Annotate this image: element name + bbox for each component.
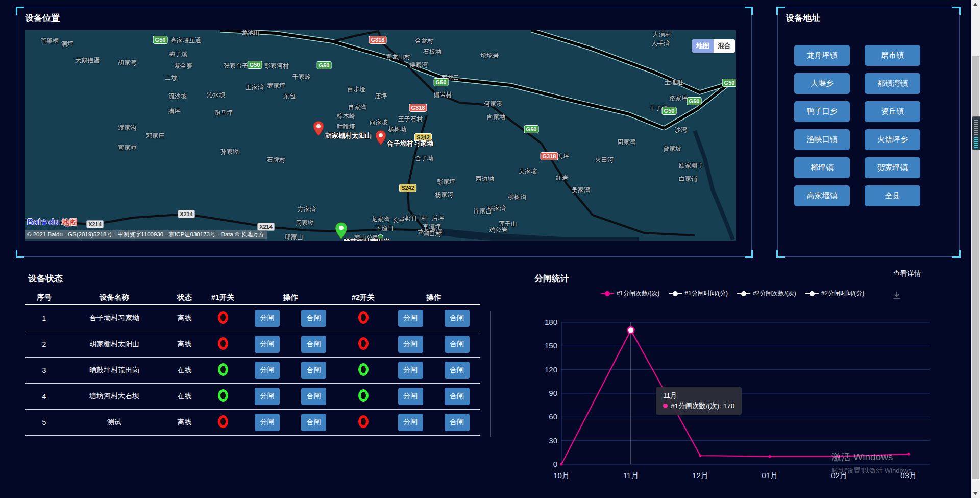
open-switch-button[interactable]: 分闸 <box>398 310 423 327</box>
address-button-高家堰镇[interactable]: 高家堰镇 <box>794 185 850 206</box>
map-place-label: 周家湾 <box>617 138 635 147</box>
close-switch-button[interactable]: 合闸 <box>301 310 326 327</box>
open-switch-button[interactable]: 分闸 <box>255 388 280 405</box>
open-switch-button[interactable]: 分闸 <box>398 388 423 405</box>
map-place-label: 王家湾 <box>246 83 264 92</box>
scroll-up-icon[interactable] <box>973 3 977 6</box>
address-button-鸭子口乡[interactable]: 鸭子口乡 <box>794 101 850 122</box>
device-marker-pin[interactable] <box>376 130 386 147</box>
road-badge-g50: G50 <box>317 61 332 69</box>
legend-marker-icon <box>669 291 682 296</box>
corner-decoration <box>776 7 785 15</box>
switch2-indicator-green <box>358 389 369 402</box>
map-place-label: 彭家河村 <box>264 62 289 70</box>
address-button-贺家坪镇[interactable]: 贺家坪镇 <box>865 157 920 178</box>
legend-item[interactable]: #1分闸时间/(分) <box>669 289 728 298</box>
svg-text:150: 150 <box>545 341 557 350</box>
map-place-label: 青龙山村 <box>386 53 410 61</box>
legend-item[interactable]: #1分闸次数/(次) <box>601 289 660 298</box>
switch2-indicator-red <box>358 337 369 350</box>
scroll-down-icon[interactable] <box>973 492 977 495</box>
trip-stats-title: 分闸统计 <box>534 273 569 284</box>
map-place-label: 方家湾 <box>298 205 316 214</box>
close-switch-button[interactable]: 合闸 <box>301 362 326 379</box>
view-details-link[interactable]: 查看详情 <box>893 269 921 278</box>
baidu-map[interactable]: 笔架槽洞坪天鹅抱蛋胡家湾梅子溪紫金寨二墩流沙坡腊坪渡家沟邓家庄官家冲沁水坝跑马坪… <box>24 30 736 241</box>
corner-decoration <box>16 250 24 258</box>
close-switch-button[interactable]: 合闸 <box>445 310 470 327</box>
window-scrollbar[interactable] <box>971 0 980 498</box>
device-name: 塘坊河村大石坝 <box>63 392 165 401</box>
address-button-大堰乡[interactable]: 大堰乡 <box>794 73 850 94</box>
table-row: 2胡家棚村太阳山离线分闸合闸分闸合闸 <box>25 331 480 358</box>
device-status-table: 序号设备名称状态#1开关操作#2开关操作1合子坳村习家坳离线分闸合闸分闸合闸2胡… <box>25 290 480 436</box>
address-button-榔坪镇[interactable]: 榔坪镇 <box>794 157 850 178</box>
device-address-title: 设备地址 <box>786 12 820 24</box>
open-switch-button[interactable]: 分闸 <box>255 336 280 353</box>
close-switch-button[interactable]: 合闸 <box>301 336 326 353</box>
device-status: 在线 <box>165 366 204 375</box>
map-place-label: 王子石村 <box>398 115 423 124</box>
svg-text:60: 60 <box>549 412 557 421</box>
table-header-cell: #2开关 <box>339 293 387 302</box>
svg-text:10月: 10月 <box>553 471 570 480</box>
address-button-资丘镇[interactable]: 资丘镇 <box>865 101 920 122</box>
map-type-control[interactable]: 地图 混合 <box>692 39 735 53</box>
open-switch-button[interactable]: 分闸 <box>398 336 423 353</box>
map-place-label: 坨坨岩 <box>480 52 499 60</box>
table-header-cell: 操作 <box>387 293 480 302</box>
map-type-map[interactable]: 地图 <box>692 39 714 53</box>
address-button-火烧坪乡[interactable]: 火烧坪乡 <box>865 129 920 150</box>
map-copyright: © 2021 Baidu - GS(2019)5218号 - 甲测资字11009… <box>24 230 267 239</box>
map-place-label: 沁水坝 <box>207 91 225 100</box>
address-button-都镇湾镇[interactable]: 都镇湾镇 <box>865 73 920 94</box>
close-switch-button[interactable]: 合闸 <box>301 388 326 405</box>
legend-marker-icon <box>601 291 614 296</box>
map-place-label: 欧家圈子 <box>679 161 703 170</box>
baidu-logo: Baidu 地图 <box>27 217 77 227</box>
address-button-龙舟坪镇[interactable]: 龙舟坪镇 <box>794 45 850 66</box>
address-button-渔峡口镇[interactable]: 渔峡口镇 <box>794 129 850 150</box>
close-switch-button[interactable]: 合闸 <box>445 362 470 379</box>
close-switch-button[interactable]: 合闸 <box>445 336 470 353</box>
device-status: 离线 <box>165 340 204 349</box>
legend-item[interactable]: #2分闸时间/(分) <box>805 289 865 298</box>
address-button-磨市镇[interactable]: 磨市镇 <box>865 45 920 66</box>
open-switch-button[interactable]: 分闸 <box>255 310 280 327</box>
map-place-label: 孙家坳 <box>220 148 239 156</box>
device-name: 测试 <box>63 418 165 427</box>
road-badge-g318: G318 <box>541 152 558 160</box>
svg-text:01月: 01月 <box>762 471 778 480</box>
baidu-logo-bai: Bai <box>27 217 40 227</box>
address-button-全县[interactable]: 全县 <box>865 185 920 206</box>
open-switch-button[interactable]: 分闸 <box>255 362 280 379</box>
close-switch-button[interactable]: 合闸 <box>445 414 470 431</box>
open-switch-button[interactable]: 分闸 <box>398 362 423 379</box>
row-index: 3 <box>25 366 63 374</box>
svg-text:120: 120 <box>545 365 557 374</box>
table-header-cell: #1开关 <box>204 293 242 302</box>
road-badge-s242: S242 <box>399 184 416 192</box>
device-name: 合子坳村习家坳 <box>63 314 165 323</box>
baidu-logo-du: du <box>48 217 59 227</box>
open-switch-button[interactable]: 分闸 <box>398 414 423 431</box>
device-marker-pin[interactable] <box>313 121 324 138</box>
legend-item[interactable]: #2分闸次数/(次) <box>737 289 796 298</box>
map-type-hybrid[interactable]: 混合 <box>714 39 735 53</box>
road-badge-g50: G50 <box>524 125 539 133</box>
device-status: 在线 <box>165 392 204 401</box>
docked-sidebar-widget[interactable] <box>972 116 980 150</box>
map-place-label: 邓家庄 <box>146 132 164 140</box>
map-place-label: 吴家垴 <box>519 167 537 176</box>
chart-tooltip: 11月 #1分闸次数/(次): 170 <box>656 387 742 415</box>
map-place-label: 石板坳 <box>423 48 442 56</box>
device-status: 离线 <box>165 418 204 427</box>
map-place-label: 百步垭 <box>347 85 365 94</box>
map-place-label: 东包 <box>283 92 296 101</box>
close-switch-button[interactable]: 合闸 <box>301 414 326 431</box>
map-place-label: 渡家沟 <box>118 124 136 132</box>
device-location-panel: 设备位置 笔架槽洞坪天鹅抱蛋胡家湾梅子溪紫金寨二墩流沙坡腊坪渡家沟邓家庄官家冲沁… <box>17 8 752 257</box>
corner-decoration <box>776 250 785 258</box>
open-switch-button[interactable]: 分闸 <box>255 414 280 431</box>
close-switch-button[interactable]: 合闸 <box>445 388 470 405</box>
